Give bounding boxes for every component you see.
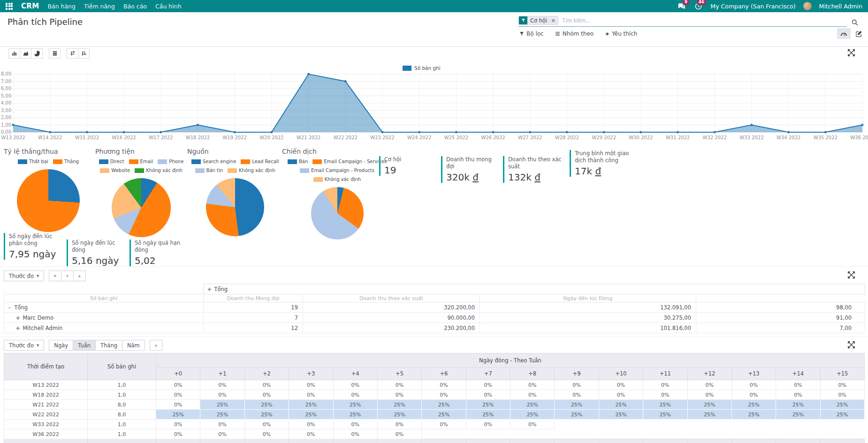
pivot-cell[interactable]: 320.200,00 [303,302,480,313]
cohort-cell[interactable]: 25% [687,400,731,410]
cohort-cell[interactable]: 0% [156,429,200,439]
cohort-cell[interactable]: 0% [422,390,466,400]
cohort-period-cell[interactable]: W21 2022 [4,400,88,410]
cohort-cell[interactable]: 0% [333,380,377,390]
cohort-cell[interactable]: 25% [643,410,687,420]
collapse-row-icon[interactable]: − [8,305,11,310]
records-area-chart[interactable]: W13 2022W14 2022W15 2022W16 2022W17 2022… [0,70,868,143]
cohort-cell[interactable]: 0% [776,380,820,390]
cohort-cell[interactable]: 0% [422,420,466,429]
cohort-cell[interactable]: 0% [333,390,377,400]
cohort-cell[interactable]: 25% [687,410,731,420]
cohort-cell[interactable]: 25% [820,410,864,420]
cohort-cell[interactable]: 0% [820,390,864,400]
cohort-cell[interactable]: 0% [333,420,377,429]
cohort-cell[interactable]: 0% [820,380,864,390]
cohort-cell[interactable]: 25% [377,400,421,410]
cohort-cell[interactable]: 25% [643,400,687,410]
cohort-cell[interactable]: 25% [555,400,599,410]
cohort-download-button[interactable] [150,340,162,351]
cohort-cell[interactable]: 0% [687,380,731,390]
messages-button[interactable]: 9 [677,2,686,10]
menu-reporting[interactable]: Báo cáo [123,3,147,10]
pie-chart-campaign[interactable] [311,187,364,240]
search-input[interactable] [558,16,847,25]
cohort-cell[interactable]: 0% [422,380,466,390]
pivot-cell[interactable]: 30.275,00 [480,313,696,323]
cohort-cell[interactable]: 0% [377,420,421,429]
cohort-cell[interactable]: 0% [289,429,333,439]
pivot-measure-header[interactable]: Ngày đến lúc Đóng [480,294,696,302]
cohort-period-cell[interactable]: W18 2022 [4,390,88,400]
cohort-cell[interactable]: 0% [731,390,776,400]
graph-expand-button[interactable] [847,49,857,58]
pivot-cell[interactable]: 12 [204,323,303,333]
cohort-cell[interactable]: 0% [466,380,510,390]
cohort-cell[interactable]: 25% [333,410,377,420]
cohort-cell[interactable]: 25% [776,410,820,420]
cohort-cell[interactable]: 25% [333,400,377,410]
search-icon[interactable] [852,19,858,28]
cohort-cell[interactable]: 25% [510,410,555,420]
cohort-cell[interactable]: 25% [466,400,510,410]
cohort-cell[interactable]: 25% [156,410,200,420]
dashboard-view-button[interactable] [837,28,851,39]
pivot-download-button[interactable] [73,270,86,281]
cohort-cell[interactable]: 0% [244,429,289,439]
cohort-cell[interactable]: 25% [731,400,776,410]
cohort-cell[interactable]: 0% [244,420,289,429]
cohort-period-cell[interactable]: W36 2022 [4,429,88,439]
pie-chart-button[interactable] [31,48,43,59]
pivot-row-header[interactable]: ✚Marc Demo [4,313,204,323]
cohort-cell[interactable]: 0% [599,390,643,400]
filters-button[interactable]: Bộ lọc [519,30,544,37]
cohort-cell[interactable]: 0% [510,390,555,400]
cohort-cell[interactable]: 25% [244,400,289,410]
menu-configuration[interactable]: Cấu hình [155,3,182,10]
sort-desc-button[interactable] [67,48,78,59]
cohort-period-cell[interactable]: W13 2022 [4,380,88,390]
cohort-cell[interactable]: 0% [156,380,200,390]
cohort-cell[interactable]: 0% [200,390,244,400]
cohort-cell[interactable]: 0% [156,420,200,429]
cohort-cell[interactable]: 25% [377,410,421,420]
cohort-cell[interactable]: 0% [377,390,421,400]
cohort-cell[interactable]: 25% [555,410,599,420]
pivot-cell[interactable]: 230.200,00 [303,323,480,333]
cohort-period-cell[interactable]: W22 2022 [4,410,88,420]
pivot-cell[interactable]: 98,00 [696,302,865,313]
cohort-cell[interactable]: 0% [555,380,599,390]
pie-chart-medium[interactable] [112,178,171,237]
cohort-cell[interactable]: 0% [687,390,731,400]
cohort-cell[interactable]: 25% [422,400,466,410]
pivot-cell[interactable]: 101.816,00 [480,323,696,333]
cohort-cell[interactable]: 0% [643,380,687,390]
pie-chart-source[interactable] [206,178,264,236]
cohort-cell[interactable]: 25% [466,410,510,420]
cohort-cell[interactable]: 0% [555,390,599,400]
expand-row-icon[interactable]: ✚ [16,326,20,331]
pivot-cell[interactable]: 90.000,00 [303,313,480,323]
company-switcher[interactable]: My Company (San Francisco) [710,3,795,10]
sort-asc-button[interactable] [78,48,90,59]
cohort-cell[interactable]: 0% [244,390,289,400]
cohort-cell[interactable]: 0% [731,380,776,390]
area-chart-button[interactable] [20,48,31,59]
cohort-cell[interactable]: 0% [377,380,421,390]
favorites-button[interactable]: ★ Yêu thích [605,30,637,37]
cohort-cell[interactable]: 0% [377,429,421,439]
cohort-cell[interactable]: 0% [643,390,687,400]
cohort-cell[interactable]: 25% [200,410,244,420]
cohort-cell[interactable]: 25% [244,410,289,420]
pivot-cell[interactable]: 91,00 [696,313,865,323]
cohort-cell[interactable]: 0% [200,380,244,390]
cohort-cell[interactable]: 0% [333,429,377,439]
cohort-cell[interactable]: 0% [156,390,200,400]
app-brand[interactable]: CRM [21,2,39,10]
cohort-cell[interactable]: 0% [776,390,820,400]
cohort-cell[interactable]: 0% [466,390,510,400]
pie-chart-win-loss[interactable] [17,169,80,232]
pivot-cell[interactable]: 7,00 [696,323,865,333]
pivot-measure-header[interactable]: Doanh thu theo xác suất [303,294,480,302]
facet-remove-icon[interactable]: × [550,16,558,24]
